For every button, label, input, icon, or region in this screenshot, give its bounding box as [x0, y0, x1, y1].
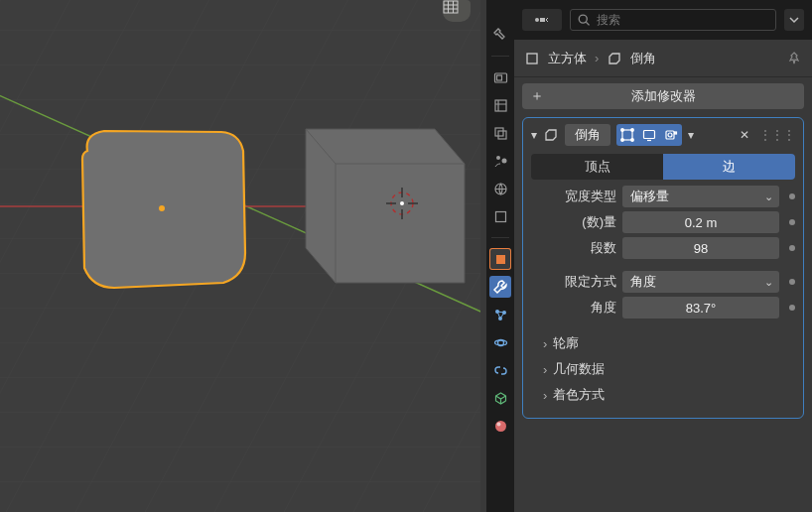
- bevel-icon: [607, 51, 622, 66]
- tab-world-icon[interactable]: [489, 178, 511, 199]
- svg-point-32: [496, 422, 500, 426]
- segments-field[interactable]: 98: [622, 237, 779, 259]
- chevron-down-icon: ⌄: [764, 276, 773, 289]
- pin-icon[interactable]: [786, 51, 802, 66]
- panel-options-dropdown[interactable]: [784, 9, 804, 31]
- angle-label: 角度: [531, 299, 616, 317]
- svg-rect-34: [540, 18, 545, 22]
- animate-dot-icon[interactable]: [789, 219, 795, 225]
- plus-icon: ＋: [530, 87, 544, 105]
- svg-point-40: [631, 129, 634, 132]
- breadcrumb: 立方体 › 倒角: [514, 40, 812, 77]
- affect-vertex-button[interactable]: 顶点: [531, 154, 663, 180]
- width-type-select[interactable]: 偏移量 ⌄: [622, 186, 779, 207]
- toggle-render-icon[interactable]: [660, 124, 682, 146]
- svg-rect-11: [444, 1, 458, 13]
- svg-rect-25: [496, 255, 505, 264]
- svg-rect-17: [496, 75, 501, 80]
- svg-point-31: [495, 421, 506, 432]
- search-input[interactable]: [597, 13, 769, 27]
- animate-dot-icon[interactable]: [789, 245, 795, 251]
- animate-dot-icon[interactable]: [789, 305, 795, 311]
- svg-point-10: [400, 201, 404, 205]
- properties-panel: 立方体 › 倒角 ＋ 添加修改器 ▾ 倒角 ▾ ✕ ⋮⋮⋮: [514, 0, 812, 512]
- tab-render-icon[interactable]: [489, 66, 511, 88]
- modifier-name-field[interactable]: 倒角: [565, 124, 610, 146]
- svg-rect-20: [498, 131, 506, 139]
- segments-label: 段数: [531, 239, 616, 257]
- svg-rect-47: [675, 132, 677, 134]
- svg-rect-45: [666, 131, 674, 139]
- svg-point-46: [668, 133, 672, 137]
- section-shading[interactable]: › 着色方式: [531, 382, 795, 408]
- extras-dropdown-icon[interactable]: ▾: [688, 128, 694, 142]
- svg-point-30: [494, 340, 506, 345]
- svg-rect-18: [495, 100, 506, 111]
- svg-rect-19: [495, 128, 503, 136]
- cube-icon: [524, 51, 540, 66]
- svg-rect-43: [644, 131, 655, 139]
- chevron-down-icon: ⌄: [764, 191, 773, 203]
- svg-point-42: [631, 139, 634, 142]
- tab-constraints-icon[interactable]: [489, 359, 511, 381]
- section-geometry[interactable]: › 几何数据: [531, 356, 795, 382]
- drag-handle-icon[interactable]: ⋮⋮⋮: [759, 128, 795, 142]
- svg-point-39: [621, 129, 624, 132]
- svg-rect-38: [622, 130, 632, 140]
- svg-rect-24: [495, 211, 505, 221]
- tab-viewlayer-icon[interactable]: [489, 122, 511, 144]
- 3d-viewport[interactable]: [0, 0, 480, 512]
- limit-method-label: 限定方式: [531, 273, 616, 291]
- add-modifier-label: 添加修改器: [631, 87, 696, 105]
- search-icon: [577, 12, 591, 28]
- properties-tab-rail: [486, 0, 514, 512]
- delete-modifier-icon[interactable]: ✕: [740, 128, 749, 142]
- add-modifier-button[interactable]: ＋ 添加修改器: [522, 83, 804, 109]
- width-type-label: 宽度类型: [531, 188, 616, 205]
- limit-method-select[interactable]: 角度 ⌄: [622, 271, 779, 293]
- tab-particles-icon[interactable]: [489, 304, 511, 325]
- affect-segmented: 顶点 边: [531, 154, 795, 180]
- amount-label: (数)量: [531, 213, 616, 231]
- tab-output-icon[interactable]: [489, 94, 511, 116]
- modifier-bevel-card: ▾ 倒角 ▾ ✕ ⋮⋮⋮ 顶点 边 宽度类型 偏移量: [522, 117, 804, 419]
- svg-point-33: [535, 18, 539, 22]
- svg-point-21: [496, 156, 500, 160]
- chevron-right-icon: ›: [543, 362, 547, 377]
- tab-object-icon[interactable]: [489, 248, 511, 270]
- breadcrumb-modifier[interactable]: 倒角: [630, 50, 656, 67]
- breadcrumb-object[interactable]: 立方体: [548, 50, 587, 67]
- viewport-shading-icon[interactable]: [443, 0, 471, 22]
- animate-dot-icon[interactable]: [789, 279, 795, 285]
- modifier-header: ▾ 倒角 ▾ ✕ ⋮⋮⋮: [531, 124, 795, 146]
- animate-dot-icon[interactable]: [789, 193, 795, 199]
- breadcrumb-separator-icon: ›: [595, 51, 599, 65]
- section-profile[interactable]: › 轮廓: [531, 330, 795, 356]
- tab-scene-icon[interactable]: [489, 150, 511, 172]
- panel-header: [514, 0, 812, 40]
- svg-line-36: [586, 22, 589, 25]
- display-toggle-group: [616, 124, 682, 146]
- tab-physics-icon[interactable]: [489, 331, 511, 353]
- toggle-realtime-icon[interactable]: [638, 124, 660, 146]
- affect-edge-button[interactable]: 边: [663, 154, 795, 180]
- tab-tool-icon[interactable]: [489, 24, 511, 46]
- angle-field[interactable]: 83.7°: [622, 297, 779, 319]
- editor-type-dropdown[interactable]: [522, 9, 562, 31]
- tab-collection-icon[interactable]: [489, 205, 511, 227]
- tab-material-icon[interactable]: [489, 415, 511, 437]
- svg-rect-37: [527, 54, 537, 64]
- amount-field[interactable]: 0.2 m: [622, 211, 779, 233]
- panel-body: ＋ 添加修改器 ▾ 倒角 ▾ ✕ ⋮⋮⋮ 顶点 边: [514, 77, 812, 512]
- tab-data-icon[interactable]: [489, 387, 511, 409]
- collapse-icon[interactable]: ▾: [531, 128, 537, 142]
- toggle-editmode-icon[interactable]: [616, 124, 638, 146]
- svg-point-22: [501, 158, 506, 163]
- svg-point-41: [621, 139, 624, 142]
- bevel-icon: [543, 127, 559, 143]
- chevron-right-icon: ›: [543, 336, 547, 351]
- tab-modifiers-icon[interactable]: [489, 276, 511, 298]
- svg-point-4: [159, 205, 165, 211]
- panel-search[interactable]: [570, 9, 776, 31]
- chevron-right-icon: ›: [543, 388, 547, 403]
